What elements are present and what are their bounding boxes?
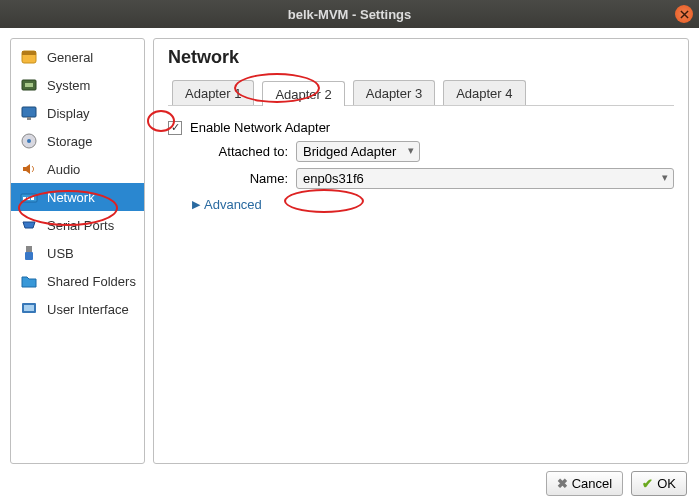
- name-select[interactable]: enp0s31f6: [296, 168, 674, 189]
- svg-rect-3: [25, 83, 33, 87]
- svg-rect-13: [25, 252, 33, 260]
- window-title: belk-MVM - Settings: [288, 7, 412, 22]
- sidebar-item-label: Audio: [47, 162, 80, 177]
- titlebar: belk-MVM - Settings: [0, 0, 699, 28]
- tab-adapter-1[interactable]: Adapter 1: [172, 80, 254, 105]
- expander-triangle-icon: ▶: [192, 198, 200, 211]
- name-row: Name: enp0s31f6: [168, 168, 674, 189]
- audio-icon: [19, 159, 39, 179]
- dialog-footer: ✖Cancel ✔OK: [546, 471, 687, 496]
- window-close-button[interactable]: [675, 5, 693, 23]
- panel-heading: Network: [168, 47, 674, 68]
- sidebar-item-label: Serial Ports: [47, 218, 114, 233]
- cancel-button[interactable]: ✖Cancel: [546, 471, 623, 496]
- sidebar-item-shared-folders[interactable]: Shared Folders: [11, 267, 144, 295]
- sidebar-item-label: General: [47, 50, 93, 65]
- svg-rect-5: [27, 117, 31, 120]
- svg-rect-9: [23, 197, 26, 200]
- settings-panel: Network Adapter 1 Adapter 2 Adapter 3 Ad…: [153, 38, 689, 464]
- storage-icon: [19, 131, 39, 151]
- sidebar-item-serial-ports[interactable]: Serial Ports: [11, 211, 144, 239]
- attached-to-label: Attached to:: [202, 144, 288, 159]
- enable-adapter-label: Enable Network Adapter: [190, 120, 330, 135]
- svg-rect-4: [22, 107, 36, 117]
- sidebar-item-storage[interactable]: Storage: [11, 127, 144, 155]
- display-icon: [19, 103, 39, 123]
- svg-rect-15: [24, 305, 34, 311]
- sidebar-item-label: Shared Folders: [47, 274, 136, 289]
- svg-point-7: [27, 139, 31, 143]
- user-interface-icon: [19, 299, 39, 319]
- svg-rect-10: [27, 197, 30, 200]
- sidebar-item-system[interactable]: System: [11, 71, 144, 99]
- advanced-expander[interactable]: ▶ Advanced: [168, 197, 674, 212]
- name-label: Name:: [242, 171, 288, 186]
- ok-icon: ✔: [642, 476, 653, 491]
- general-icon: [19, 47, 39, 67]
- shared-folders-icon: [19, 271, 39, 291]
- sidebar-item-label: System: [47, 78, 90, 93]
- sidebar-item-label: Storage: [47, 134, 93, 149]
- svg-rect-1: [22, 51, 36, 55]
- close-icon: [680, 10, 689, 19]
- enable-adapter-row: ✓ Enable Network Adapter: [168, 120, 674, 135]
- sidebar-item-audio[interactable]: Audio: [11, 155, 144, 183]
- svg-rect-11: [31, 197, 34, 200]
- ok-button[interactable]: ✔OK: [631, 471, 687, 496]
- svg-rect-12: [26, 246, 32, 252]
- tab-adapter-3[interactable]: Adapter 3: [353, 80, 435, 105]
- usb-icon: [19, 243, 39, 263]
- sidebar-item-user-interface[interactable]: User Interface: [11, 295, 144, 323]
- tab-adapter-2[interactable]: Adapter 2: [262, 81, 344, 106]
- system-icon: [19, 75, 39, 95]
- sidebar-item-label: Network: [47, 190, 95, 205]
- sidebar-item-general[interactable]: General: [11, 43, 144, 71]
- sidebar-item-label: Display: [47, 106, 90, 121]
- tab-adapter-4[interactable]: Adapter 4: [443, 80, 525, 105]
- advanced-label: Advanced: [204, 197, 262, 212]
- adapter-tabs: Adapter 1 Adapter 2 Adapter 3 Adapter 4: [168, 80, 674, 106]
- sidebar-item-label: User Interface: [47, 302, 129, 317]
- enable-adapter-checkbox[interactable]: ✓: [168, 121, 182, 135]
- cancel-icon: ✖: [557, 476, 568, 491]
- sidebar-item-label: USB: [47, 246, 74, 261]
- attached-to-row: Attached to: Bridged Adapter: [168, 141, 674, 162]
- attached-to-select[interactable]: Bridged Adapter: [296, 141, 420, 162]
- sidebar-item-display[interactable]: Display: [11, 99, 144, 127]
- settings-sidebar: General System Display Storage Audio Net…: [10, 38, 145, 464]
- sidebar-item-usb[interactable]: USB: [11, 239, 144, 267]
- sidebar-item-network[interactable]: Network: [11, 183, 144, 211]
- serial-ports-icon: [19, 215, 39, 235]
- network-icon: [19, 187, 39, 207]
